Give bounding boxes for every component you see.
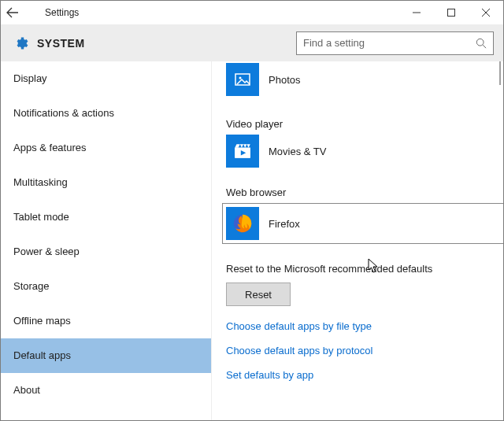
section-webbrowser: Web browser [226, 186, 503, 198]
sidebar: Display Notifications & actions Apps & f… [1, 61, 211, 420]
link-by-protocol[interactable]: Choose default apps by protocol [226, 345, 503, 356]
sidebar-item-appsfeatures[interactable]: Apps & features [1, 131, 211, 165]
sidebar-item-label: Apps & features [13, 142, 87, 153]
link-by-filetype[interactable]: Choose default apps by file type [226, 320, 503, 332]
search-box[interactable] [296, 31, 494, 55]
minimize-button[interactable] [399, 1, 434, 24]
arrow-left-icon [6, 6, 19, 19]
app-label: Photos [269, 74, 300, 86]
back-button[interactable] [1, 1, 24, 24]
section-videoplayer: Video player [226, 118, 503, 130]
svg-point-3 [239, 77, 242, 79]
sidebar-item-label: Default apps [13, 349, 71, 361]
settings-icon [12, 35, 29, 52]
sidebar-item-defaultapps[interactable]: Default apps [1, 338, 211, 373]
photos-icon [226, 63, 259, 96]
sidebar-item-display[interactable]: Display [1, 61, 211, 96]
sidebar-item-notifications[interactable]: Notifications & actions [1, 96, 211, 131]
sidebar-item-offlinemaps[interactable]: Offline maps [1, 304, 211, 338]
default-app-webbrowser[interactable]: Firefox [222, 203, 503, 244]
scrollbar-thumb[interactable] [497, 61, 503, 85]
main-content: Photos Video player Movies & TV Web brow… [212, 61, 503, 420]
movies-tv-icon [226, 135, 259, 168]
minimize-icon [413, 9, 421, 17]
maximize-icon [447, 9, 455, 17]
link-by-app[interactable]: Set defaults by app [226, 369, 503, 381]
default-app-photos[interactable]: Photos [226, 63, 503, 96]
search-icon [476, 38, 487, 49]
breadcrumb: SYSTEM [37, 37, 85, 50]
app-label: Firefox [269, 218, 300, 230]
sidebar-item-about[interactable]: About [1, 373, 211, 408]
sidebar-item-label: Display [13, 72, 47, 84]
sidebar-item-label: Storage [13, 280, 50, 292]
sidebar-item-powersleep[interactable]: Power & sleep [1, 235, 211, 269]
body: Display Notifications & actions Apps & f… [1, 61, 503, 420]
sidebar-item-label: Multitasking [13, 176, 68, 188]
firefox-icon [226, 207, 259, 240]
reset-button-label: Reset [245, 289, 272, 301]
window-title: Settings [45, 7, 79, 18]
sidebar-item-label: About [13, 384, 40, 396]
titlebar: Settings [1, 1, 503, 24]
gear-icon [13, 35, 28, 51]
sidebar-item-tabletmode[interactable]: Tablet mode [1, 200, 211, 235]
sidebar-item-label: Tablet mode [13, 211, 69, 223]
sidebar-item-label: Notifications & actions [13, 107, 114, 119]
svg-point-1 [476, 39, 484, 46]
header: SYSTEM [1, 24, 503, 61]
close-button[interactable] [469, 1, 503, 24]
sidebar-item-multitasking[interactable]: Multitasking [1, 165, 211, 200]
app-label: Movies & TV [269, 146, 326, 157]
svg-rect-0 [448, 9, 455, 17]
reset-heading: Reset to the Microsoft recommended defau… [226, 263, 503, 275]
sidebar-item-label: Offline maps [13, 315, 71, 327]
close-icon [482, 9, 490, 17]
sidebar-item-label: Power & sleep [13, 246, 80, 257]
search-input[interactable] [303, 37, 476, 49]
settings-window: Settings SYSTEM Display N [0, 0, 504, 421]
reset-button[interactable]: Reset [226, 283, 291, 306]
maximize-button[interactable] [434, 1, 469, 24]
default-app-videoplayer[interactable]: Movies & TV [226, 135, 503, 168]
sidebar-item-storage[interactable]: Storage [1, 269, 211, 304]
